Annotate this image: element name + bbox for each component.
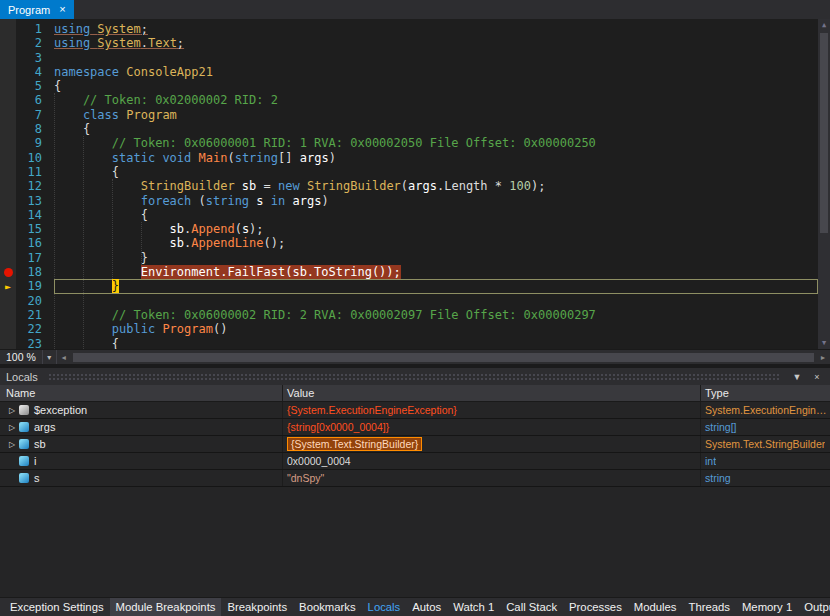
code-line[interactable]: 1using System; [0, 22, 818, 36]
bottom-tab-output[interactable]: Output [798, 598, 830, 616]
panel-menu-icon[interactable]: ▼ [790, 372, 804, 382]
locals-row[interactable]: ▷sb{System.Text.StringBuilder}System.Tex… [0, 436, 830, 453]
line-margin[interactable] [0, 22, 16, 36]
bottom-tab-watch-1[interactable]: Watch 1 [447, 598, 500, 616]
close-tab-icon[interactable]: × [59, 4, 65, 15]
expander-icon[interactable]: ▷ [6, 423, 18, 432]
locals-row[interactable]: ▷args{string[0x0000_0004]}string[] [0, 419, 830, 436]
panel-close-icon[interactable]: × [810, 372, 824, 382]
line-margin[interactable] [0, 165, 16, 179]
locals-value-cell[interactable]: "dnSpy" [283, 470, 701, 486]
line-margin[interactable] [0, 179, 16, 193]
line-margin[interactable] [0, 93, 16, 107]
locals-value-cell[interactable]: 0x0000_0004 [283, 453, 701, 469]
line-margin[interactable] [0, 337, 16, 349]
line-margin[interactable] [0, 236, 16, 250]
bottom-tab-bookmarks[interactable]: Bookmarks [293, 598, 362, 616]
code-line[interactable]: 2using System.Text; [0, 36, 818, 50]
locals-value-cell[interactable]: {string[0x0000_0004]} [283, 419, 701, 435]
horizontal-scrollbar[interactable] [71, 350, 816, 365]
code-line[interactable]: 12 StringBuilder sb = new StringBuilder(… [0, 179, 818, 193]
expander-icon[interactable]: ▷ [6, 440, 18, 449]
column-header-type[interactable]: Type [701, 385, 830, 401]
line-margin[interactable] [0, 51, 16, 65]
code-line[interactable]: 11 { [0, 165, 818, 179]
scroll-down-icon[interactable]: ▼ [818, 337, 830, 349]
line-margin[interactable] [0, 208, 16, 222]
code-line[interactable]: 8 { [0, 122, 818, 136]
locals-value-cell[interactable]: {System.ExecutionEngineException} [283, 402, 701, 418]
breakpoint-icon[interactable] [4, 268, 13, 277]
code-line[interactable]: 7 class Program [0, 108, 818, 122]
expander-icon[interactable]: ▷ [6, 406, 18, 415]
scroll-right-icon[interactable]: ► [816, 350, 830, 365]
code-line[interactable]: 18 Environment.FailFast(sb.ToString()); [0, 265, 818, 279]
variable-type: string [705, 472, 731, 484]
bottom-tab-breakpoints[interactable]: Breakpoints [221, 598, 293, 616]
scroll-left-icon[interactable]: ◄ [57, 350, 71, 365]
code-line[interactable]: 21 // Token: 0x06000002 RID: 2 RVA: 0x00… [0, 308, 818, 322]
line-margin[interactable] [0, 36, 16, 50]
line-margin[interactable] [0, 79, 16, 93]
bottom-tab-modules[interactable]: Modules [628, 598, 683, 616]
column-header-value[interactable]: Value [283, 385, 701, 401]
locals-panel: Locals ▼ × Name Value Type ▷$exception{S… [0, 368, 830, 597]
variable-icon [19, 439, 29, 449]
line-margin[interactable] [0, 122, 16, 136]
vertical-scrollbar[interactable]: ▲ ▼ [818, 19, 830, 349]
line-margin[interactable] [0, 251, 16, 265]
bottom-tab-module-breakpoints[interactable]: Module Breakpoints [110, 598, 222, 616]
bottom-tab-threads[interactable]: Threads [683, 598, 736, 616]
line-margin[interactable] [0, 322, 16, 336]
locals-panel-titlebar[interactable]: Locals ▼ × [0, 368, 830, 385]
code-line[interactable]: 3 [0, 51, 818, 65]
code-line[interactable]: ►19 } [0, 279, 818, 293]
line-margin[interactable] [0, 222, 16, 236]
line-margin[interactable]: ► [0, 279, 16, 293]
line-margin[interactable] [0, 194, 16, 208]
tab-program[interactable]: Program × [0, 0, 74, 19]
locals-value-cell[interactable]: {System.Text.StringBuilder} [283, 436, 701, 452]
line-margin[interactable] [0, 65, 16, 79]
line-margin[interactable] [0, 108, 16, 122]
code-line[interactable]: 14 { [0, 208, 818, 222]
vertical-scrollbar-thumb[interactable] [820, 33, 828, 233]
bottom-tab-processes[interactable]: Processes [563, 598, 628, 616]
code-line[interactable]: 22 public Program() [0, 322, 818, 336]
column-header-name[interactable]: Name [0, 385, 283, 401]
zoom-level-select[interactable]: 100 % ▼ [0, 350, 57, 365]
code-line[interactable]: 9 // Token: 0x06000001 RID: 1 RVA: 0x000… [0, 136, 818, 150]
code-line[interactable]: 5{ [0, 79, 818, 93]
horizontal-scrollbar-thumb[interactable] [73, 353, 814, 362]
line-number: 20 [16, 294, 54, 308]
locals-row[interactable]: s"dnSpy"string [0, 470, 830, 487]
line-text: { [54, 79, 818, 93]
locals-row[interactable]: i0x0000_0004int [0, 453, 830, 470]
line-text: foreach (string s in args) [54, 194, 818, 208]
code-line[interactable]: 16 sb.AppendLine(); [0, 236, 818, 250]
scroll-up-icon[interactable]: ▲ [818, 19, 830, 31]
code-editor[interactable]: 1using System;2using System.Text;34names… [0, 19, 830, 349]
bottom-tab-exception-settings[interactable]: Exception Settings [4, 598, 110, 616]
code-line[interactable]: 23 { [0, 337, 818, 349]
bottom-tab-memory-1[interactable]: Memory 1 [736, 598, 798, 616]
code-line[interactable]: 20 [0, 294, 818, 308]
line-margin[interactable] [0, 294, 16, 308]
code-line[interactable]: 6 // Token: 0x02000002 RID: 2 [0, 93, 818, 107]
code-line[interactable]: 15 sb.Append(s); [0, 222, 818, 236]
code-line[interactable]: 10 static void Main(string[] args) [0, 151, 818, 165]
locals-name-cell: i [0, 453, 283, 469]
bottom-tab-locals[interactable]: Locals [362, 598, 407, 616]
locals-row[interactable]: ▷$exception{System.ExecutionEngineExcept… [0, 402, 830, 419]
variable-value: {string[0x0000_0004]} [287, 421, 389, 433]
line-margin[interactable] [0, 151, 16, 165]
bottom-tab-call-stack[interactable]: Call Stack [500, 598, 563, 616]
code-line[interactable]: 4namespace ConsoleApp21 [0, 65, 818, 79]
zoom-dropdown-icon[interactable]: ▼ [43, 350, 56, 365]
code-line[interactable]: 17 } [0, 251, 818, 265]
bottom-tab-autos[interactable]: Autos [406, 598, 447, 616]
line-margin[interactable] [0, 265, 16, 279]
line-margin[interactable] [0, 308, 16, 322]
code-line[interactable]: 13 foreach (string s in args) [0, 194, 818, 208]
line-margin[interactable] [0, 136, 16, 150]
